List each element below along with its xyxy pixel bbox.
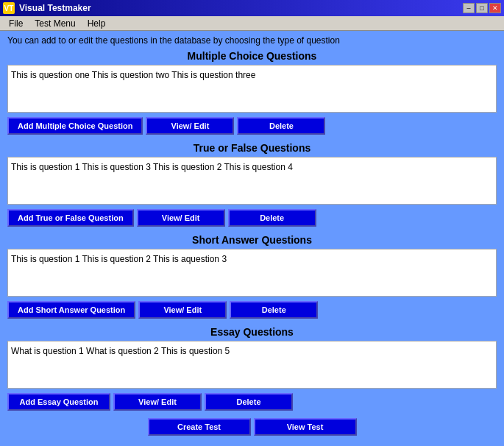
close-button[interactable]: ✕ xyxy=(489,3,501,13)
delete-true-false-button[interactable]: Delete xyxy=(228,209,316,227)
view-edit-true-false-button[interactable]: View/ Edit xyxy=(137,209,225,227)
section-essay: Essay QuestionsWhat is question 1 What i… xyxy=(7,326,497,411)
question-list-short-answer: This is question 1 This is question 2 Th… xyxy=(7,249,497,297)
app-icon: VT xyxy=(3,2,15,14)
btn-row-essay: Add Essay QuestionView/ EditDelete xyxy=(7,393,497,411)
add-short-answer-button[interactable]: Add Short Answer Question xyxy=(7,301,135,319)
view-edit-essay-button[interactable]: View/ Edit xyxy=(113,393,202,411)
question-list-essay: What is question 1 What is question 2 Th… xyxy=(7,341,497,389)
btn-row-short-answer: Add Short Answer QuestionView/ EditDelet… xyxy=(7,301,497,319)
sections-container: Multiple Choice QuestionsThis is questio… xyxy=(7,50,497,411)
delete-multiple-choice-button[interactable]: Delete xyxy=(237,117,325,135)
menu-test[interactable]: Test Menu xyxy=(29,18,81,29)
title-bar-left: VT Visual Testmaker xyxy=(3,2,91,14)
section-title-essay: Essay Questions xyxy=(7,326,497,338)
section-multiple-choice: Multiple Choice QuestionsThis is questio… xyxy=(7,50,497,135)
menu-bar: File Test Menu Help xyxy=(0,16,504,31)
menu-help[interactable]: Help xyxy=(82,18,112,29)
info-text: You can add to or edit the questions in … xyxy=(7,35,497,46)
question-list-true-false: This is question 1 This is question 3 Th… xyxy=(7,157,497,205)
section-true-false: True or False QuestionsThis is question … xyxy=(7,142,497,227)
view-edit-multiple-choice-button[interactable]: View/ Edit xyxy=(146,117,234,135)
btn-row-true-false: Add True or False QuestionView/ EditDele… xyxy=(7,209,497,227)
minimize-button[interactable]: – xyxy=(463,3,475,13)
add-true-false-button[interactable]: Add True or False Question xyxy=(7,209,134,227)
question-list-multiple-choice: This is question one This is question tw… xyxy=(7,65,497,113)
main-content: You can add to or edit the questions in … xyxy=(0,31,504,446)
delete-short-answer-button[interactable]: Delete xyxy=(230,301,318,319)
view-edit-short-answer-button[interactable]: View/ Edit xyxy=(138,301,227,319)
view-test-button[interactable]: View Test xyxy=(254,418,357,436)
section-title-short-answer: Short Answer Questions xyxy=(7,234,497,246)
add-essay-button[interactable]: Add Essay Question xyxy=(7,393,110,411)
add-multiple-choice-button[interactable]: Add Multiple Choice Question xyxy=(7,117,143,135)
btn-row-multiple-choice: Add Multiple Choice QuestionView/ EditDe… xyxy=(7,117,497,135)
maximize-button[interactable]: □ xyxy=(476,3,488,13)
section-short-answer: Short Answer QuestionsThis is question 1… xyxy=(7,234,497,319)
section-title-multiple-choice: Multiple Choice Questions xyxy=(7,50,497,62)
delete-essay-button[interactable]: Delete xyxy=(205,393,293,411)
bottom-row: Create Test View Test xyxy=(7,418,497,436)
section-title-true-false: True or False Questions xyxy=(7,142,497,154)
app-title: Visual Testmaker xyxy=(19,3,91,13)
title-bar-buttons[interactable]: – □ ✕ xyxy=(463,3,501,13)
title-bar: VT Visual Testmaker – □ ✕ xyxy=(0,0,504,16)
create-test-button[interactable]: Create Test xyxy=(148,418,251,436)
menu-file[interactable]: File xyxy=(3,18,29,29)
